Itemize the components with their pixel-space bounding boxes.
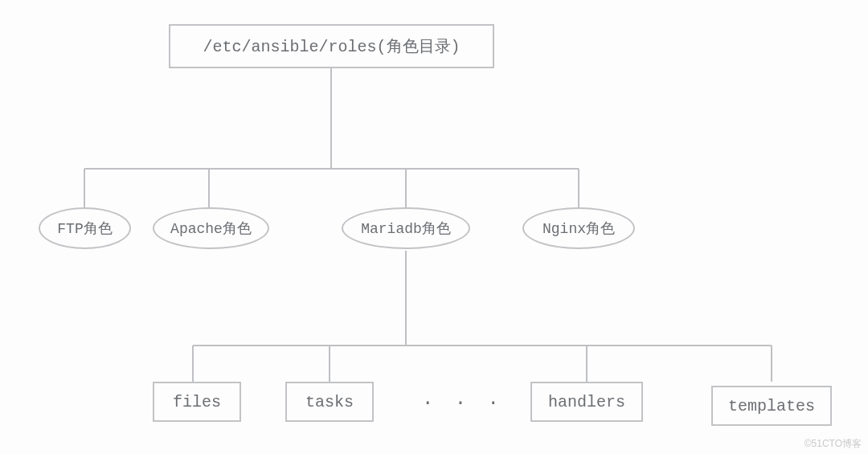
role-label: Nginx角色 (542, 219, 615, 238)
subdir-label: tasks (305, 393, 354, 411)
role-mariadb: Mariadb角色 (342, 207, 470, 249)
subdir-files: files (153, 382, 241, 422)
role-label: Mariadb角色 (361, 219, 451, 238)
subdir-tasks: tasks (285, 382, 374, 422)
role-label: FTP角色 (57, 219, 112, 238)
role-ftp: FTP角色 (39, 207, 131, 249)
subdir-templates: templates (711, 386, 832, 426)
role-nginx: Nginx角色 (522, 207, 635, 249)
subdir-label: handlers (548, 393, 625, 411)
root-label: /etc/ansible/roles(角色目录) (203, 35, 460, 57)
role-apache: Apache角色 (153, 207, 269, 249)
subdir-handlers: handlers (530, 382, 643, 422)
ellipsis-dots: · · · (422, 392, 504, 414)
watermark-text: ©51CTO博客 (805, 437, 862, 451)
subdir-label: files (173, 393, 221, 411)
root-box: /etc/ansible/roles(角色目录) (169, 24, 494, 68)
subdir-label: templates (728, 397, 815, 415)
role-label: Apache角色 (170, 219, 252, 238)
